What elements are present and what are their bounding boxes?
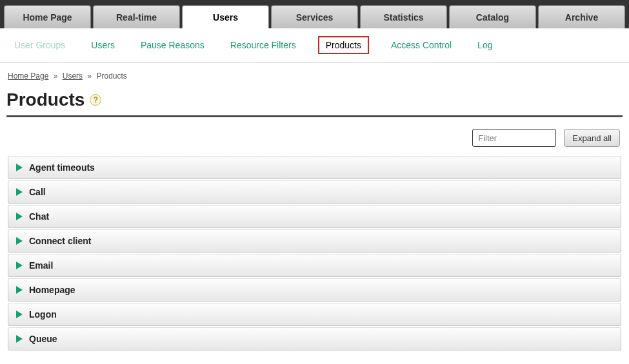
toolbar: Expand all — [0, 117, 629, 156]
expand-icon — [16, 335, 23, 343]
accordion-label: Agent timeouts — [29, 162, 95, 173]
accordion-item-call[interactable]: Call — [8, 180, 621, 204]
accordion-item-logon[interactable]: Logon — [8, 303, 621, 326]
subnav-users[interactable]: Users — [87, 37, 119, 53]
breadcrumb-current: Products — [96, 72, 126, 81]
help-icon[interactable]: ? — [90, 94, 101, 106]
tab-catalog[interactable]: Catalog — [449, 5, 536, 28]
subnav-user-groups[interactable]: User Groups — [10, 37, 69, 53]
tab-statistics[interactable]: Statistics — [360, 5, 447, 28]
accordion-label: Email — [29, 260, 53, 271]
subnav-log[interactable]: Log — [474, 37, 496, 53]
accordion-item-connect-client[interactable]: Connect client — [8, 229, 621, 253]
accordion-label: Queue — [29, 334, 57, 344]
expand-icon — [16, 237, 23, 245]
page-title: Products — [6, 90, 85, 110]
breadcrumb-users[interactable]: Users — [63, 72, 83, 81]
tab-users[interactable]: Users — [182, 5, 269, 28]
subnav-products[interactable]: Products — [318, 36, 369, 54]
top-strip — [0, 0, 629, 5]
filter-input[interactable] — [472, 129, 556, 147]
breadcrumb-separator: » — [54, 72, 58, 81]
breadcrumb: Home Page » Users » Products — [0, 62, 629, 87]
accordion-label: Connect client — [29, 236, 91, 246]
tab-services[interactable]: Services — [271, 5, 358, 28]
breadcrumb-home[interactable]: Home Page — [8, 72, 48, 81]
accordion-item-chat[interactable]: Chat — [8, 205, 621, 228]
subnav-pause-reasons[interactable]: Pause Reasons — [137, 37, 208, 53]
expand-all-button[interactable]: Expand all — [564, 129, 620, 147]
subnav-resource-filters[interactable]: Resource Filters — [226, 37, 300, 53]
expand-icon — [16, 164, 23, 171]
accordion-item-email[interactable]: Email — [8, 254, 621, 277]
accordion-item-agent-timeouts[interactable]: Agent timeouts — [8, 156, 621, 179]
expand-icon — [16, 213, 23, 220]
accordion: Agent timeouts Call Chat Connect client … — [0, 156, 629, 361]
expand-icon — [16, 188, 23, 196]
accordion-label: Call — [29, 187, 46, 197]
breadcrumb-separator: » — [87, 72, 92, 81]
subnav-access-control[interactable]: Access Control — [387, 37, 455, 53]
expand-icon — [16, 311, 23, 318]
sub-nav: User Groups Users Pause Reasons Resource… — [0, 28, 629, 62]
expand-icon — [16, 286, 23, 294]
page-heading: Products ? — [0, 87, 629, 115]
main-tabs-row: Home Page Real-time Users Services Stati… — [0, 5, 629, 28]
tab-archive[interactable]: Archive — [538, 5, 625, 28]
expand-icon — [16, 262, 23, 269]
accordion-label: Homepage — [29, 285, 75, 295]
tab-real-time[interactable]: Real-time — [93, 5, 180, 28]
accordion-item-queue[interactable]: Queue — [8, 327, 621, 350]
accordion-item-homepage[interactable]: Homepage — [8, 278, 621, 302]
accordion-label: Chat — [29, 211, 49, 222]
tab-home-page[interactable]: Home Page — [4, 5, 91, 28]
accordion-label: Logon — [29, 309, 57, 320]
